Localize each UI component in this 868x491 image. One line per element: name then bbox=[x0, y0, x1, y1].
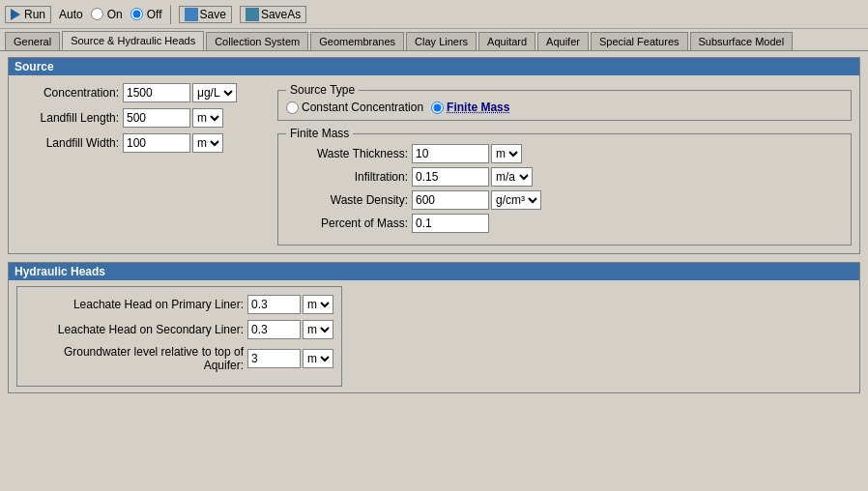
toolbar: Run Auto On Off Save SaveAs bbox=[0, 0, 868, 29]
percent-mass-row: Percent of Mass: bbox=[286, 214, 843, 233]
separator bbox=[170, 5, 171, 24]
leachate-primary-input[interactable] bbox=[247, 295, 301, 314]
concentration-row: Concentration: μg/L bbox=[16, 83, 268, 102]
percent-mass-label: Percent of Mass: bbox=[286, 217, 412, 230]
saveas-icon bbox=[246, 8, 259, 21]
infiltration-label: Infiltration: bbox=[286, 170, 412, 184]
tab-geomembranes[interactable]: Geomembranes bbox=[310, 32, 404, 50]
infiltration-input[interactable] bbox=[412, 167, 489, 187]
waste-density-label: Waste Density: bbox=[286, 193, 412, 207]
run-label: Run bbox=[24, 8, 45, 21]
landfill-length-row: Landfill Length: m bbox=[16, 108, 268, 128]
tab-aquifer[interactable]: Aquifer bbox=[537, 32, 589, 50]
groundwater-row: Groundwater level relative to top of Aqu… bbox=[25, 345, 333, 372]
saveas-label: SaveAs bbox=[261, 8, 301, 21]
waste-thickness-row: Waste Thickness: m bbox=[286, 144, 843, 163]
landfill-width-unit-select[interactable]: m bbox=[192, 133, 223, 153]
tab-bar: General Source & Hydraulic Heads Collect… bbox=[0, 29, 868, 51]
tab-special-features[interactable]: Special Features bbox=[591, 32, 688, 50]
waste-density-unit-select[interactable]: g/cm³ bbox=[491, 190, 541, 210]
finite-radio-input[interactable] bbox=[431, 101, 444, 114]
leachate-secondary-input[interactable] bbox=[247, 320, 301, 339]
save-icon bbox=[185, 8, 198, 21]
radio-off-input[interactable] bbox=[130, 8, 143, 20]
landfill-length-unit-select[interactable]: m bbox=[192, 108, 223, 128]
source-layout: Concentration: μg/L Landfill Length: m bbox=[16, 83, 852, 246]
run-button[interactable]: Run bbox=[5, 6, 51, 23]
finite-mass-radio[interactable]: Finite Mass bbox=[431, 101, 509, 114]
tab-general[interactable]: General bbox=[5, 32, 60, 50]
constant-label: Constant Concentration bbox=[302, 101, 423, 114]
save-label: Save bbox=[200, 8, 226, 21]
saveas-button[interactable]: SaveAs bbox=[240, 6, 306, 23]
leachate-secondary-label: Leachate Head on Secondary Liner: bbox=[25, 323, 247, 336]
landfill-length-label: Landfill Length: bbox=[16, 111, 123, 125]
landfill-width-label: Landfill Width: bbox=[16, 136, 123, 150]
radio-on[interactable]: On bbox=[91, 8, 123, 21]
hydraulic-inner: Leachate Head on Primary Liner: m Leacha… bbox=[16, 286, 342, 387]
leachate-primary-unit-select[interactable]: m bbox=[303, 295, 333, 314]
radio-on-input[interactable] bbox=[91, 8, 103, 20]
concentration-label: Concentration: bbox=[16, 86, 123, 100]
source-title: Source bbox=[9, 58, 859, 75]
hydraulic-title: Hydraulic Heads bbox=[9, 263, 859, 280]
tab-source-hydraulic[interactable]: Source & Hydraulic Heads bbox=[62, 31, 204, 50]
tab-aquitard[interactable]: Aquitard bbox=[478, 32, 535, 50]
source-left: Concentration: μg/L Landfill Length: m bbox=[16, 83, 268, 246]
finite-mass-legend: Finite Mass bbox=[286, 127, 353, 140]
on-label: On bbox=[107, 8, 123, 21]
infiltration-row: Infiltration: m/a bbox=[286, 167, 843, 187]
groundwater-input[interactable] bbox=[247, 349, 301, 368]
leachate-secondary-unit-select[interactable]: m bbox=[303, 320, 333, 339]
auto-label: Auto bbox=[59, 8, 83, 21]
finite-label: Finite Mass bbox=[447, 101, 509, 114]
waste-thickness-input[interactable] bbox=[412, 144, 489, 163]
save-button[interactable]: Save bbox=[179, 6, 232, 23]
source-content-area: Concentration: μg/L Landfill Length: m bbox=[9, 75, 859, 253]
groundwater-unit-select[interactable]: m bbox=[303, 349, 333, 368]
percent-mass-input[interactable] bbox=[412, 214, 489, 233]
tab-collection-system[interactable]: Collection System bbox=[206, 32, 308, 50]
concentration-input[interactable] bbox=[123, 83, 190, 102]
source-type-box: Source Type Constant Concentration Finit… bbox=[277, 83, 852, 121]
waste-density-row: Waste Density: g/cm³ bbox=[286, 190, 843, 210]
leachate-primary-row: Leachate Head on Primary Liner: m bbox=[25, 295, 333, 314]
waste-density-input[interactable] bbox=[412, 190, 489, 210]
tab-subsurface-model[interactable]: Subsurface Model bbox=[690, 32, 794, 50]
off-label: Off bbox=[147, 8, 162, 21]
waste-thickness-unit-select[interactable]: m bbox=[491, 144, 522, 163]
hydraulic-section: Hydraulic Heads Leachate Head on Primary… bbox=[8, 262, 860, 393]
main-content: Source Concentration: μg/L Landfill Leng… bbox=[0, 51, 868, 484]
radio-off[interactable]: Off bbox=[130, 8, 162, 21]
landfill-width-input[interactable] bbox=[123, 133, 190, 153]
concentration-unit-select[interactable]: μg/L bbox=[192, 83, 237, 102]
leachate-primary-label: Leachate Head on Primary Liner: bbox=[25, 298, 247, 311]
source-type-radios: Constant Concentration Finite Mass bbox=[286, 101, 843, 114]
constant-radio-input[interactable] bbox=[286, 101, 299, 114]
leachate-secondary-row: Leachate Head on Secondary Liner: m bbox=[25, 320, 333, 339]
run-icon bbox=[11, 9, 22, 20]
infiltration-unit-select[interactable]: m/a bbox=[491, 167, 533, 187]
constant-concentration-radio[interactable]: Constant Concentration bbox=[286, 101, 423, 114]
hydraulic-content: Leachate Head on Primary Liner: m Leacha… bbox=[9, 280, 859, 392]
finite-mass-box: Finite Mass Waste Thickness: m Infiltrat… bbox=[277, 127, 852, 246]
source-type-legend: Source Type bbox=[286, 83, 359, 97]
groundwater-label: Groundwater level relative to top of Aqu… bbox=[25, 345, 247, 372]
landfill-length-input[interactable] bbox=[123, 108, 190, 128]
landfill-width-row: Landfill Width: m bbox=[16, 133, 268, 153]
source-section: Source Concentration: μg/L Landfill Leng… bbox=[8, 57, 860, 254]
tab-clay-liners[interactable]: Clay Liners bbox=[406, 32, 477, 50]
waste-thickness-label: Waste Thickness: bbox=[286, 147, 412, 160]
source-right: Source Type Constant Concentration Finit… bbox=[277, 83, 852, 246]
